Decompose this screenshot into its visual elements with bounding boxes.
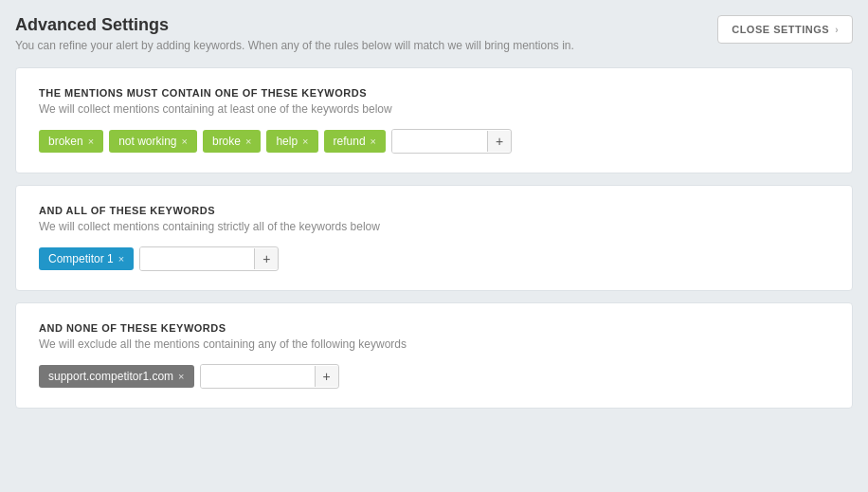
must-contain-add-button[interactable]: +: [487, 131, 511, 152]
none-of-desc: We will exclude all the mentions contain…: [39, 337, 829, 351]
none-of-title: AND NONE OF THESE KEYWORDS: [39, 322, 829, 334]
tag-broken: broken ×: [39, 130, 103, 153]
all-of-title: AND ALL OF THESE KEYWORDS: [39, 205, 829, 216]
tag-broke-remove[interactable]: ×: [245, 137, 251, 147]
tag-competitor1-label: Competitor 1: [48, 252, 114, 265]
none-of-input-wrapper: +: [200, 364, 339, 389]
tag-help-remove[interactable]: ×: [302, 137, 308, 147]
all-of-section: AND ALL OF THESE KEYWORDS We will collec…: [15, 185, 853, 291]
all-of-input[interactable]: [140, 247, 254, 270]
tag-refund: refund ×: [324, 130, 386, 153]
none-of-section: AND NONE OF THESE KEYWORDS We will exclu…: [15, 302, 853, 409]
tag-support-competitor: support.competitor1.com ×: [39, 365, 194, 388]
page-title: Advanced Settings: [15, 15, 574, 35]
none-of-tags-row: support.competitor1.com × +: [39, 364, 829, 389]
page-header: Advanced Settings You can refine your al…: [15, 15, 853, 52]
tag-competitor1-remove[interactable]: ×: [118, 254, 124, 264]
tag-not-working-label: not working: [118, 135, 176, 148]
must-contain-tags-row: broken × not working × broke × help × re…: [39, 129, 829, 154]
must-contain-input[interactable]: [392, 130, 487, 153]
header-text: Advanced Settings You can refine your al…: [15, 15, 574, 52]
tag-broke-label: broke: [212, 135, 241, 148]
must-contain-section: THE MENTIONS MUST CONTAIN ONE OF THESE K…: [15, 67, 853, 173]
all-of-tags-row: Competitor 1 × +: [39, 246, 829, 271]
tag-broken-remove[interactable]: ×: [88, 137, 94, 147]
page-subtitle: You can refine your alert by adding keyw…: [15, 39, 574, 52]
tag-refund-label: refund: [334, 135, 366, 148]
none-of-add-button[interactable]: +: [315, 366, 338, 387]
tag-not-working: not working ×: [109, 130, 197, 153]
tag-not-working-remove[interactable]: ×: [182, 137, 188, 147]
none-of-input[interactable]: [201, 365, 315, 388]
must-contain-input-wrapper: +: [391, 129, 512, 154]
must-contain-desc: We will collect mentions containing at l…: [39, 102, 829, 116]
tag-help-label: help: [276, 135, 298, 148]
all-of-desc: We will collect mentions containing stri…: [39, 220, 829, 233]
tag-support-competitor-label: support.competitor1.com: [48, 370, 173, 383]
tag-help: help ×: [266, 130, 317, 153]
tag-support-competitor-remove[interactable]: ×: [178, 372, 184, 382]
close-settings-button[interactable]: CLOSE SETTINGS ›: [717, 15, 853, 44]
tag-broke: broke ×: [203, 130, 261, 153]
close-settings-label: CLOSE SETTINGS: [732, 24, 829, 35]
tag-competitor1: Competitor 1 ×: [39, 247, 134, 270]
tag-refund-remove[interactable]: ×: [371, 137, 376, 147]
all-of-add-button[interactable]: +: [254, 248, 278, 269]
tag-broken-label: broken: [48, 135, 83, 148]
must-contain-title: THE MENTIONS MUST CONTAIN ONE OF THESE K…: [39, 87, 829, 99]
all-of-input-wrapper: +: [139, 246, 279, 271]
close-settings-chevron-icon: ›: [835, 25, 839, 35]
